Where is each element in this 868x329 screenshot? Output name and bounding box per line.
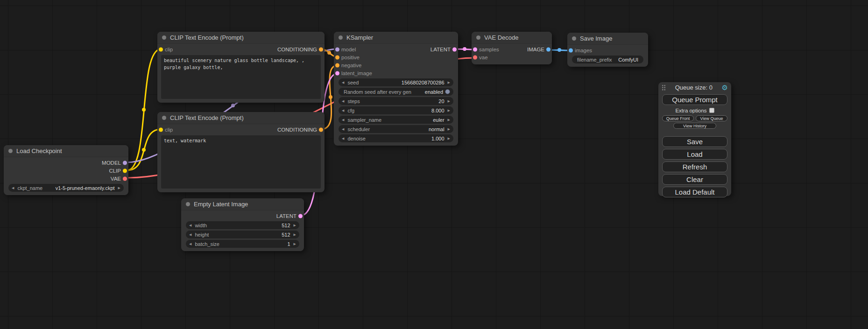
link-midpoint-dot — [327, 51, 331, 55]
input-port-positive[interactable] — [335, 55, 339, 59]
widget-ckpt-name[interactable]: ◀ ckpt_name v1-5-pruned-emaonly.ckpt ▶ — [8, 184, 124, 192]
collapse-dot-icon[interactable] — [8, 149, 13, 153]
save-button[interactable]: Save — [662, 136, 727, 147]
input-port-latent-image[interactable] — [335, 71, 339, 75]
increment-arrow-icon[interactable]: ▶ — [294, 242, 296, 245]
extra-options-row: Extra options — [658, 107, 731, 114]
widget-sampler-name[interactable]: ◀ sampler_name euler ▶ — [339, 116, 453, 124]
increment-arrow-icon[interactable]: ▶ — [448, 127, 450, 131]
node-load-checkpoint[interactable]: Load Checkpoint MODEL CLIP VAE ◀ ckpt_na… — [4, 145, 128, 195]
output-port-clip[interactable] — [123, 168, 127, 173]
toggle-knob[interactable] — [445, 89, 450, 94]
output-port-latent[interactable] — [298, 214, 303, 218]
queue-front-button[interactable]: Queue Front — [662, 115, 694, 121]
node-title: KSampler — [346, 34, 373, 41]
increment-arrow-icon[interactable]: ▶ — [448, 118, 450, 121]
spacer — [658, 129, 731, 134]
output-slot-row: MODEL — [4, 159, 128, 167]
queue-panel-header[interactable]: Queue size: 0 ⚙ — [658, 82, 731, 92]
node-clip-text-encode-positive[interactable]: CLIP Text Encode (Prompt) clip CONDITION… — [157, 32, 325, 103]
increment-arrow-icon[interactable]: ▶ — [448, 137, 450, 140]
input-port-model[interactable] — [335, 47, 339, 51]
input-port-clip[interactable] — [159, 127, 163, 132]
widget-seed[interactable]: ◀ seed 156680208700286 ▶ — [339, 78, 453, 86]
output-port-image[interactable] — [546, 47, 550, 51]
node-title-bar[interactable]: Empty Latent Image — [181, 198, 304, 210]
decrement-arrow-icon[interactable]: ◀ — [342, 99, 344, 103]
collapse-dot-icon[interactable] — [339, 35, 343, 40]
widget-steps[interactable]: ◀ steps 20 ▶ — [339, 97, 453, 105]
widget-scheduler[interactable]: ◀ scheduler normal ▶ — [339, 125, 453, 133]
node-title-bar[interactable]: VAE Decode — [472, 32, 552, 44]
widget-random-seed-toggle[interactable]: Random seed after every gen enabled — [339, 88, 453, 96]
node-vae-decode[interactable]: VAE Decode samples IMAGE vae — [472, 32, 552, 64]
widget-width[interactable]: ◀ width 512 ▶ — [186, 221, 299, 229]
input-port-samples[interactable] — [473, 47, 477, 51]
decrement-arrow-icon[interactable]: ◀ — [342, 109, 344, 112]
output-port-latent[interactable] — [452, 47, 457, 51]
decrement-arrow-icon[interactable]: ◀ — [189, 242, 191, 245]
drag-handle-icon[interactable] — [662, 84, 666, 91]
decrement-arrow-icon[interactable]: ◀ — [342, 127, 344, 131]
increment-arrow-icon[interactable]: ▶ — [448, 99, 450, 103]
widget-height[interactable]: ◀ height 512 ▶ — [186, 231, 299, 238]
positive-prompt-textarea[interactable]: beautiful scenery nature glass bottle la… — [161, 55, 321, 99]
node-title-bar[interactable]: CLIP Text Encode (Prompt) — [157, 32, 325, 44]
load-default-button[interactable]: Load Default — [662, 187, 727, 197]
node-title: CLIP Text Encode (Prompt) — [170, 114, 244, 121]
node-title: Load Checkpoint — [16, 147, 62, 154]
slot-row: vae — [472, 53, 552, 61]
view-queue-button[interactable]: View Queue — [696, 115, 727, 121]
clear-button[interactable]: Clear — [662, 174, 727, 185]
decrement-arrow-icon[interactable]: ◀ — [189, 224, 191, 227]
widget-denoise[interactable]: ◀ denoise 1.000 ▶ — [339, 134, 453, 142]
refresh-button[interactable]: Refresh — [662, 161, 727, 172]
slot-row: model LATENT — [334, 45, 458, 53]
node-clip-text-encode-negative[interactable]: CLIP Text Encode (Prompt) clip CONDITION… — [157, 112, 325, 192]
increment-arrow-icon[interactable]: ▶ — [118, 186, 120, 189]
decrement-arrow-icon[interactable]: ◀ — [342, 81, 344, 84]
node-save-image[interactable]: Save Image images filename_prefix ComfyU… — [567, 33, 648, 67]
node-title: Empty Latent Image — [194, 201, 248, 208]
output-port-vae[interactable] — [123, 176, 127, 181]
settings-gear-icon[interactable]: ⚙ — [722, 84, 728, 91]
output-port-conditioning[interactable] — [319, 127, 323, 132]
node-ksampler[interactable]: KSampler model LATENT positive negative … — [334, 32, 458, 146]
increment-arrow-icon[interactable]: ▶ — [294, 224, 296, 227]
node-title-bar[interactable]: KSampler — [334, 32, 458, 44]
decrement-arrow-icon[interactable]: ◀ — [189, 233, 191, 236]
input-port-clip[interactable] — [159, 47, 163, 51]
node-title-bar[interactable]: Save Image — [567, 33, 648, 45]
collapse-dot-icon[interactable] — [162, 116, 166, 120]
widget-filename-prefix[interactable]: filename_prefix ComfyUI — [572, 56, 643, 63]
widget-batch-size[interactable]: ◀ batch_size 1 ▶ — [186, 240, 299, 248]
decrement-arrow-icon[interactable]: ◀ — [12, 186, 14, 189]
output-port-model[interactable] — [123, 161, 127, 165]
decrement-arrow-icon[interactable]: ◀ — [342, 137, 344, 140]
node-empty-latent-image[interactable]: Empty Latent Image LATENT ◀ width 512 ▶ … — [181, 198, 304, 251]
increment-arrow-icon[interactable]: ▶ — [448, 109, 450, 112]
collapse-dot-icon[interactable] — [162, 35, 166, 40]
view-history-button[interactable]: View History — [673, 123, 716, 129]
collapse-dot-icon[interactable] — [186, 202, 190, 206]
input-port-images[interactable] — [569, 48, 573, 52]
node-title-bar[interactable]: CLIP Text Encode (Prompt) — [157, 112, 325, 124]
load-button[interactable]: Load — [662, 149, 727, 160]
increment-arrow-icon[interactable]: ▶ — [448, 81, 450, 84]
decrement-arrow-icon[interactable]: ◀ — [342, 118, 344, 121]
collapse-dot-icon[interactable] — [476, 35, 480, 40]
slot-row: clip CONDITIONING — [157, 45, 325, 53]
output-slot-row: LATENT — [181, 212, 304, 220]
queue-prompt-button[interactable]: Queue Prompt — [662, 94, 727, 105]
node-title-bar[interactable]: Load Checkpoint — [4, 145, 128, 157]
output-port-conditioning[interactable] — [319, 47, 323, 51]
collapse-dot-icon[interactable] — [572, 36, 576, 41]
input-port-vae[interactable] — [473, 55, 477, 59]
negative-prompt-textarea[interactable]: text, watermark — [161, 135, 321, 189]
increment-arrow-icon[interactable]: ▶ — [294, 233, 296, 236]
node-title: CLIP Text Encode (Prompt) — [170, 34, 244, 41]
input-port-negative[interactable] — [335, 63, 339, 67]
widget-cfg[interactable]: ◀ cfg 8.000 ▶ — [339, 106, 453, 114]
extra-options-label: Extra options — [675, 108, 706, 113]
extra-options-checkbox[interactable] — [709, 108, 714, 113]
